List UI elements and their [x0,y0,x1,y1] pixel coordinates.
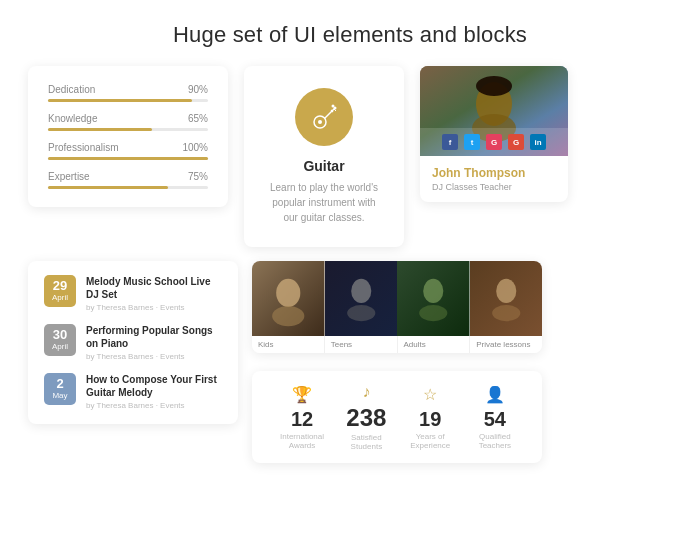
facebook-icon[interactable]: f [442,134,458,150]
skill-pct: 90% [188,84,208,95]
teacher-social-bar: f t G G in [420,128,568,156]
star-icon: ☆ [423,385,437,404]
stat-teachers: 👤 54 Qualified Teachers [464,385,526,450]
linkedin-icon[interactable]: in [530,134,546,150]
event-item: 30 April Performing Popular Songs on Pia… [44,324,222,361]
skill-label: Dedication [48,84,95,95]
event-item: 29 April Melody Music School Live DJ Set… [44,275,222,312]
trophy-icon: 🏆 [292,385,312,404]
stat-awards: 🏆 12 International Awards [268,385,336,450]
page-header: Huge set of UI elements and blocks [0,0,700,66]
event-date-box: 30 April [44,324,76,356]
skill-professionalism: Professionalism 100% [48,142,208,160]
event-day: 30 [53,328,67,341]
instagram-icon[interactable]: G [486,134,502,150]
svg-point-10 [476,76,512,96]
event-day: 29 [53,279,67,292]
skill-bar-fill [48,157,208,160]
photos-row [252,261,542,336]
photo-label-kids: Kids [252,336,325,353]
guitar-description: Learn to play the world's popular instru… [264,180,384,225]
teacher-name: John Thompson [432,166,556,180]
event-meta: by Theresa Barnes · Events [86,401,222,410]
skill-pct: 75% [188,171,208,182]
stat-label: Qualified Teachers [464,432,526,450]
svg-point-18 [423,279,443,303]
event-month: May [52,390,67,401]
stat-label: Satisfied Students [336,433,397,451]
photo-label-teens: Teens [325,336,398,353]
teacher-photo: f t G G in [420,66,568,156]
event-content: Performing Popular Songs on Piano by The… [86,324,222,361]
events-card: 29 April Melody Music School Live DJ Set… [28,261,238,424]
skills-card: Dedication 90% Knowledge 65% Professio [28,66,228,207]
photo-private [470,261,543,336]
photos-labels: Kids Teens Adults Private lessons [252,336,542,353]
bottom-row: 29 April Melody Music School Live DJ Set… [28,261,672,463]
event-content: How to Compose Your First Guitar Melody … [86,373,222,410]
top-row: Dedication 90% Knowledge 65% Professio [28,66,672,247]
skill-label: Knowledge [48,113,97,124]
photo-adults [397,261,470,336]
svg-point-6 [332,105,335,108]
photo-label-private: Private lessons [470,336,542,353]
svg-point-22 [492,305,520,321]
event-date-box: 2 May [44,373,76,405]
guitar-card: Guitar Learn to play the world's popular… [244,66,404,247]
event-month: April [52,292,68,303]
svg-point-1 [318,120,322,124]
event-item: 2 May How to Compose Your First Guitar M… [44,373,222,410]
photo-kids [252,261,325,336]
stat-number: 238 [346,406,386,430]
event-title: Melody Music School Live DJ Set [86,275,222,301]
event-title: How to Compose Your First Guitar Melody [86,373,222,399]
skill-bar-bg [48,186,208,189]
svg-point-12 [276,279,300,307]
svg-point-13 [272,306,304,326]
music-icon: ♪ [362,383,370,401]
svg-point-19 [419,305,447,321]
skill-bar-fill [48,128,152,131]
stat-number: 19 [419,409,441,429]
teacher-info: John Thompson DJ Classes Teacher [420,156,568,202]
svg-point-21 [496,279,516,303]
skill-bar-bg [48,128,208,131]
svg-line-2 [325,108,336,119]
teacher-role: DJ Classes Teacher [432,182,556,192]
skill-pct: 100% [182,142,208,153]
photo-teens [325,261,398,336]
guitar-icon [295,88,353,146]
right-column: Kids Teens Adults Private lessons 🏆 12 I… [252,261,542,463]
googleplus-icon[interactable]: G [508,134,524,150]
skill-label: Expertise [48,171,90,182]
event-day: 2 [56,377,63,390]
skill-pct: 65% [188,113,208,124]
skill-bar-fill [48,186,168,189]
skill-expertise: Expertise 75% [48,171,208,189]
skill-dedication: Dedication 90% [48,84,208,102]
event-meta: by Theresa Barnes · Events [86,303,222,312]
event-meta: by Theresa Barnes · Events [86,352,222,361]
skill-bar-fill [48,99,192,102]
photos-card: Kids Teens Adults Private lessons [252,261,542,353]
page-title: Huge set of UI elements and blocks [0,22,700,48]
event-content: Melody Music School Live DJ Set by There… [86,275,222,312]
stat-students: ♪ 238 Satisfied Students [336,383,397,451]
skill-knowledge: Knowledge 65% [48,113,208,131]
teacher-card: f t G G in John Thompson DJ Classes Teac… [420,66,568,202]
svg-point-16 [347,305,375,321]
event-title: Performing Popular Songs on Piano [86,324,222,350]
stat-label: International Awards [268,432,336,450]
stat-number: 54 [484,409,506,429]
stat-number: 12 [291,409,313,429]
guitar-title: Guitar [303,158,344,174]
skill-bar-bg [48,99,208,102]
photo-label-adults: Adults [398,336,471,353]
twitter-icon[interactable]: t [464,134,480,150]
stats-card: 🏆 12 International Awards ♪ 238 Satisfie… [252,371,542,463]
content-area: Dedication 90% Knowledge 65% Professio [0,66,700,463]
person-icon: 👤 [485,385,505,404]
skill-bar-bg [48,157,208,160]
stat-experience: ☆ 19 Years of Experience [397,385,464,450]
svg-point-15 [351,279,371,303]
